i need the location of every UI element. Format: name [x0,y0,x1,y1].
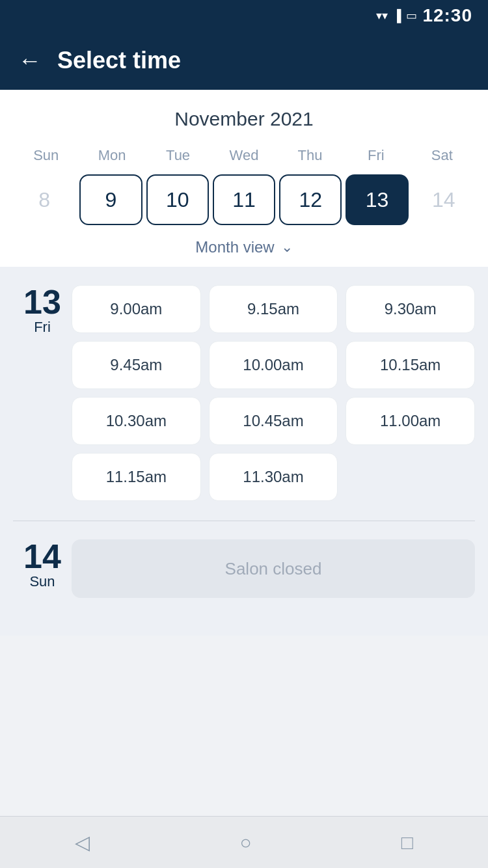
month-view-label: Month view [195,238,274,256]
month-view-toggle[interactable]: Month view ⌄ [13,225,475,267]
slots-section: 13 Fri 9.00am 9.15am 9.30am 9.45am 10.00… [0,267,488,636]
slot-11-30am[interactable]: 11.30am [209,453,338,501]
nav-recents-button[interactable]: □ [382,825,433,860]
slot-9-00am[interactable]: 9.00am [72,285,201,333]
slot-11-15am[interactable]: 11.15am [72,453,201,501]
day-14: 14 [413,174,475,225]
nav-home-icon: ○ [239,832,251,854]
slot-10-15am[interactable]: 10.15am [346,341,475,389]
battery-icon: ▭ [406,8,417,23]
weekday-wed: Wed [211,143,277,168]
day-11[interactable]: 11 [213,174,275,225]
day-14-number: 14 [23,539,61,573]
nav-back-button[interactable]: ◁ [55,824,109,860]
weekday-thu: Thu [277,143,343,168]
day-9[interactable]: 9 [79,174,142,225]
slot-9-45am[interactable]: 9.45am [72,341,201,389]
signal-icon: ▐ [393,9,401,23]
day-13-name: Fri [34,319,51,336]
day-13-number: 13 [23,285,61,319]
nav-recents-icon: □ [401,832,413,854]
time-slots-grid-13: 9.00am 9.15am 9.30am 9.45am 10.00am 10.1… [72,285,475,501]
days-row: 8 9 10 11 12 13 14 [13,174,475,225]
weekday-fri: Fri [343,143,409,168]
page-title: Select time [57,47,181,74]
weekday-row: Sun Mon Tue Wed Thu Fri Sat [13,143,475,168]
slot-10-30am[interactable]: 10.30am [72,397,201,445]
nav-home-button[interactable]: ○ [220,825,271,860]
slot-10-45am[interactable]: 10.45am [209,397,338,445]
slot-11-00am[interactable]: 11.00am [346,397,475,445]
day-13[interactable]: 13 [346,174,408,225]
nav-back-icon: ◁ [75,831,90,854]
salon-closed-block: Salon closed [72,539,475,598]
day-10[interactable]: 10 [146,174,209,225]
chevron-down-icon: ⌄ [281,239,293,256]
slot-10-00am[interactable]: 10.00am [209,341,338,389]
slot-9-15am[interactable]: 9.15am [209,285,338,333]
calendar-section: November 2021 Sun Mon Tue Wed Thu Fri Sa… [0,90,488,267]
status-bar: ▾▾ ▐ ▭ 12:30 [0,0,488,31]
status-time: 12:30 [422,5,472,26]
app-header: ← Select time [0,31,488,90]
navigation-bar: ◁ ○ □ [0,816,488,868]
weekday-mon: Mon [79,143,144,168]
wifi-icon: ▾▾ [376,8,388,23]
weekday-sun: Sun [13,143,79,168]
section-divider [13,521,475,521]
back-button[interactable]: ← [18,49,42,72]
day-8: 8 [13,174,75,225]
salon-closed-label: Salon closed [225,559,322,579]
slot-9-30am[interactable]: 9.30am [346,285,475,333]
day-14-name: Sun [29,573,55,590]
day-12[interactable]: 12 [279,174,342,225]
month-label: November 2021 [13,108,475,130]
day-13-header: 13 Fri [13,285,72,336]
weekday-sat: Sat [409,143,475,168]
day-14-section: 14 Sun Salon closed [13,539,475,598]
weekday-tue: Tue [145,143,211,168]
day-13-section: 13 Fri 9.00am 9.15am 9.30am 9.45am 10.00… [13,285,475,501]
day-14-header: 14 Sun [13,539,72,590]
